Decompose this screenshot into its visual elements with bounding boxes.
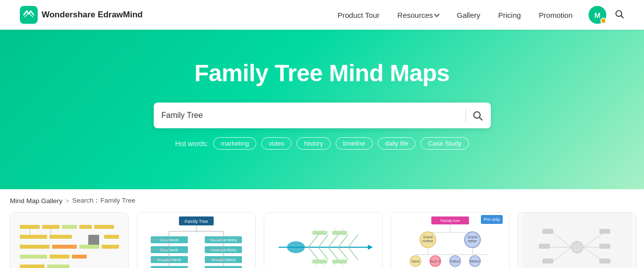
svg-rect-22: [50, 255, 69, 259]
svg-point-121: [571, 241, 583, 253]
svg-rect-128: [542, 229, 553, 234]
svg-text:mother: mother: [422, 239, 433, 243]
gallery-card-ft[interactable]: Family Tree Kiran Nevill Zara Nevill Dee…: [137, 212, 256, 268]
svg-rect-120: [523, 213, 632, 268]
hot-tag-history[interactable]: history: [296, 137, 330, 150]
svg-rect-14: [104, 235, 119, 239]
svg-rect-129: [539, 244, 550, 249]
ftc-thumb-svg: Pro only Family tree Grand mother Grand …: [396, 213, 505, 268]
svg-text:Family tree: Family tree: [440, 218, 460, 223]
breadcrumb-current: Search：Family Tree: [72, 196, 135, 205]
search-icon: [472, 110, 483, 121]
header-search-icon[interactable]: [614, 9, 624, 21]
breadcrumb: Mind Map Gallery > Search：Family Tree: [0, 189, 644, 212]
svg-rect-25: [47, 265, 69, 268]
svg-rect-84: [332, 260, 347, 264]
avatar-badge: [600, 18, 606, 24]
svg-text:Mother: Mother: [470, 260, 480, 263]
gallery-card-kennedy[interactable]: Kennedy Family Tree: [10, 212, 129, 268]
svg-rect-17: [79, 245, 99, 249]
applied-thumb-svg: [523, 213, 632, 268]
svg-rect-11: [88, 235, 99, 246]
breadcrumb-separator: >: [65, 197, 69, 205]
svg-rect-0: [20, 6, 38, 24]
svg-rect-23: [72, 255, 87, 259]
hot-tag-daily-life[interactable]: daily life: [378, 137, 416, 150]
gallery-card-ftc[interactable]: Pro only Family tree Grand mother Grand …: [391, 212, 510, 268]
svg-text:Aunt S: Aunt S: [430, 260, 440, 263]
hot-words-label: Hot words:: [175, 140, 208, 148]
fishbone-thumb-svg: [269, 213, 378, 268]
search-bar: [154, 103, 491, 128]
card-thumb-fishbone: [264, 213, 382, 268]
svg-rect-21: [20, 255, 47, 259]
hot-tag-video[interactable]: video: [261, 137, 292, 150]
svg-text:Grand: Grand: [468, 235, 477, 239]
svg-rect-81: [312, 231, 327, 235]
svg-rect-10: [94, 225, 114, 229]
main-nav: Product Tour Resources Gallery Pricing P…: [338, 11, 573, 19]
svg-line-4: [479, 117, 482, 120]
svg-text:Nana: Nana: [411, 260, 419, 263]
svg-rect-6: [20, 225, 40, 229]
hot-words: Hot words: marketing video history timel…: [175, 137, 468, 150]
hot-tag-marketing[interactable]: marketing: [213, 137, 256, 150]
kennedy-thumb-svg: [15, 215, 124, 268]
hot-tag-timeline[interactable]: timeline: [336, 137, 373, 150]
gallery-card-applied[interactable]: Applied Family Tree: [518, 212, 637, 268]
svg-rect-12: [20, 235, 47, 239]
logo-text: Wondershare EdrawMind: [42, 10, 143, 20]
svg-rect-7: [42, 225, 59, 229]
svg-rect-16: [52, 245, 77, 249]
svg-rect-9: [79, 225, 92, 229]
svg-line-2: [621, 15, 624, 18]
card-thumb-ft: Family Tree Kiran Nevill Zara Nevill Dee…: [137, 213, 255, 268]
header-right: M: [588, 6, 624, 24]
hero-title: Family Tree Mind Maps: [194, 59, 450, 87]
svg-text:father: father: [468, 239, 477, 243]
svg-rect-24: [20, 265, 45, 268]
chevron-down-icon: [434, 11, 440, 17]
svg-rect-133: [599, 259, 610, 264]
svg-rect-130: [542, 259, 553, 264]
breadcrumb-home[interactable]: Mind Map Gallery: [10, 197, 62, 205]
search-button[interactable]: [472, 110, 483, 121]
nav-resources[interactable]: Resources: [398, 11, 439, 19]
card-thumb-applied: [518, 213, 636, 268]
svg-rect-132: [599, 244, 610, 249]
card-thumb-ftc: Pro only Family tree Grand mother Grand …: [391, 213, 509, 268]
search-divider: [466, 108, 466, 122]
gallery-card-fishbone[interactable]: [264, 212, 383, 268]
svg-text:Family Tree: Family Tree: [184, 219, 208, 224]
avatar[interactable]: M: [588, 6, 606, 24]
card-thumb-kennedy: [10, 213, 128, 268]
gallery: Kennedy Family Tree Family Tree Kiran Ne…: [0, 212, 644, 268]
svg-rect-82: [332, 231, 347, 235]
svg-rect-13: [50, 235, 72, 239]
nav-pricing[interactable]: Pricing: [498, 11, 521, 19]
header: Wondershare EdrawMind Product Tour Resou…: [0, 0, 644, 30]
nav-promotion[interactable]: Promotion: [539, 11, 573, 19]
svg-rect-8: [62, 225, 77, 229]
svg-rect-131: [599, 229, 610, 234]
search-input[interactable]: [162, 111, 460, 120]
hero-section: Family Tree Mind Maps Hot words: marketi…: [0, 30, 644, 189]
logo-icon: [20, 6, 38, 24]
svg-rect-18: [102, 245, 119, 249]
svg-rect-83: [312, 260, 327, 264]
svg-text:Grand: Grand: [423, 235, 433, 239]
nav-product-tour[interactable]: Product Tour: [338, 11, 380, 19]
ft-thumb-svg: Family Tree Kiran Nevill Zara Nevill Dee…: [142, 213, 251, 268]
svg-text:Father: Father: [451, 260, 461, 263]
nav-gallery[interactable]: Gallery: [457, 11, 480, 19]
svg-rect-15: [20, 245, 50, 249]
hot-tag-case-study[interactable]: Case Study: [420, 137, 468, 150]
svg-text:Pro only: Pro only: [483, 217, 500, 222]
logo[interactable]: Wondershare EdrawMind: [20, 6, 143, 24]
svg-point-62: [287, 241, 305, 253]
